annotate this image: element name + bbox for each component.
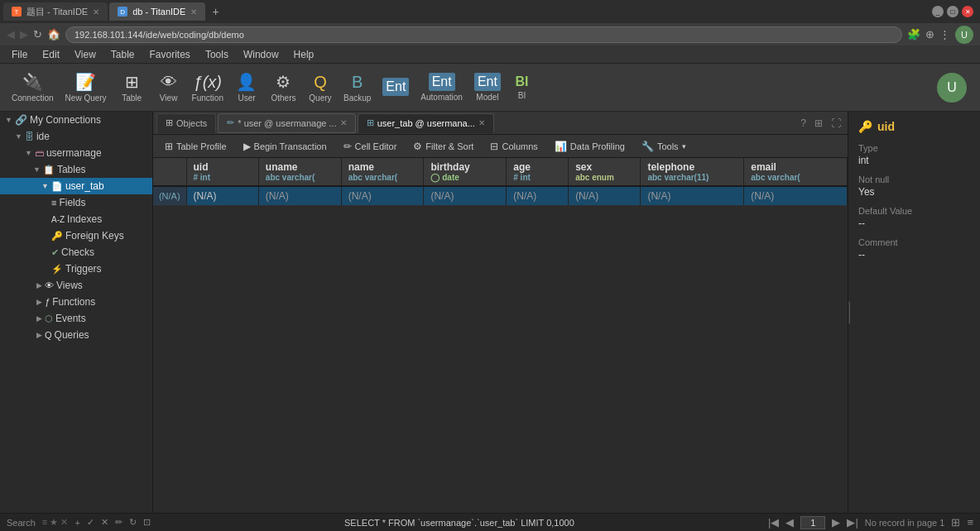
toolbar-ent[interactable]: Ent (377, 74, 414, 101)
sidebar-item-triggers[interactable]: ⚡ Triggers (0, 261, 152, 277)
sidebar-item-functions[interactable]: ▶ ƒ Functions (0, 294, 152, 310)
cell-sex-1[interactable]: (N/A) (569, 186, 641, 206)
sidebar-item-ide[interactable]: ▼ 🗄 ide (0, 128, 152, 145)
profile-icon[interactable]: ⊕ (925, 28, 934, 41)
status-pencil-icon[interactable]: ✏ (115, 517, 122, 528)
toolbar-model[interactable]: Ent Model (469, 69, 506, 105)
menu-tools[interactable]: Tools (199, 47, 235, 62)
status-add-icon[interactable]: + (74, 518, 79, 528)
status-stop-icon[interactable]: ⊡ (143, 517, 151, 528)
filter-sort-btn[interactable]: ⚙ Filter & Sort (406, 137, 480, 155)
th-uname[interactable]: uname abc varchar( (258, 158, 341, 186)
cell-uid-1[interactable]: (N/A) (186, 186, 258, 206)
page-next-btn[interactable]: ▶ (832, 516, 840, 529)
tab-help-icon[interactable]: ? (797, 117, 809, 129)
data-table-container[interactable]: uid # int uname abc varchar( name abc va… (153, 158, 848, 513)
toolbar-function[interactable]: ƒ(x) Function (187, 69, 228, 106)
th-telephone[interactable]: telephone abc varchar(11) (641, 158, 744, 186)
th-sex[interactable]: sex abc enum (569, 158, 641, 186)
th-email[interactable]: email abc varchar( (744, 158, 848, 186)
tab-2-close[interactable]: ✕ (190, 7, 197, 17)
toolbar-avatar[interactable]: U (937, 73, 967, 103)
sidebar-item-views[interactable]: ▶ 👁 Views (0, 277, 152, 294)
page-num-input[interactable] (800, 516, 825, 529)
columns-btn[interactable]: ⊟ Columns (483, 137, 544, 155)
toolbar-new-query[interactable]: 📝 New Query (60, 69, 112, 106)
toolbar-query[interactable]: Q Query (304, 69, 337, 106)
sidebar-item-user-tab[interactable]: ▼ 📄 user_tab (0, 178, 152, 194)
tab-fullscreen-icon[interactable]: ⛶ (828, 117, 844, 129)
nav-forward[interactable]: ▶ (20, 28, 28, 41)
sidebar-item-my-connections[interactable]: ▼ 🔗 My Connections (0, 112, 152, 128)
sidebar-item-tables[interactable]: ▼ 📋 Tables (0, 161, 152, 178)
table-profile-btn[interactable]: ⊞ Table Profile (158, 137, 233, 155)
toolbar-bi[interactable]: BI BI (507, 71, 536, 103)
tools-btn[interactable]: 🔧 Tools ▾ (635, 137, 693, 155)
tab-2[interactable]: D db - TitanIDE ✕ (109, 2, 205, 21)
tab-grid-icon[interactable]: ⊞ (811, 117, 826, 129)
nav-back[interactable]: ◀ (7, 28, 15, 41)
page-last-btn[interactable]: ▶| (847, 516, 858, 529)
toolbar-table[interactable]: ⊞ Table (113, 69, 151, 106)
sidebar-item-events[interactable]: ▶ ⬡ Events (0, 310, 152, 327)
sidebar-item-usermanage[interactable]: ▼ 🗃 usermanage (0, 145, 152, 161)
data-profiling-btn[interactable]: 📊 Data Profiling (548, 137, 632, 155)
menu-window[interactable]: Window (237, 47, 286, 62)
doc-tab-user-usermanage[interactable]: ✏ * user @ usermanage ... ✕ (218, 113, 355, 133)
cell-editor-btn[interactable]: ✏ Cell Editor (337, 137, 404, 155)
cell-uname-1[interactable]: (N/A) (258, 186, 341, 206)
th-name[interactable]: name abc varchar( (341, 158, 424, 186)
toolbar-automation[interactable]: Ent Automation (416, 69, 468, 105)
th-uid[interactable]: uid # int (186, 158, 258, 186)
tab-1-close[interactable]: ✕ (93, 7, 99, 17)
menu-file[interactable]: File (5, 47, 34, 62)
settings-icon[interactable]: ⋮ (939, 28, 950, 41)
doc-tab-user-tab[interactable]: ⊞ user_tab @ usermana... ✕ (358, 113, 494, 133)
toolbar-backup[interactable]: B Backup (339, 69, 376, 106)
menu-table[interactable]: Table (104, 47, 142, 62)
view-list-icon[interactable]: ≡ (967, 516, 973, 529)
table-row[interactable]: (N/A) (N/A) (N/A) (N/A) (N/A) (N/A) (N/A… (153, 186, 848, 206)
win-close[interactable]: ✕ (962, 6, 973, 17)
doc-tab-objects[interactable]: ⊞ Objects (156, 113, 216, 133)
menu-favorites[interactable]: Favorites (143, 47, 197, 62)
menu-view[interactable]: View (68, 47, 103, 62)
cell-telephone-1[interactable]: (N/A) (641, 186, 744, 206)
sidebar-item-queries[interactable]: ▶ Q Queries (0, 327, 152, 343)
toolbar-view[interactable]: 👁 View (152, 69, 185, 106)
menu-help[interactable]: Help (287, 47, 321, 62)
sidebar-item-fields[interactable]: ≡ Fields (0, 194, 152, 211)
new-tab-button[interactable]: + (207, 5, 223, 18)
status-refresh-icon[interactable]: ↻ (129, 517, 137, 528)
view-grid-icon[interactable]: ⊞ (951, 516, 960, 529)
page-first-btn[interactable]: |◀ (768, 516, 779, 529)
toolbar-user[interactable]: 👤 User (230, 69, 263, 106)
status-x-icon[interactable]: ✕ (101, 517, 108, 528)
begin-transaction-btn[interactable]: ▶ Begin Transaction (237, 137, 334, 155)
doc-tab-user-close[interactable]: ✕ (340, 118, 347, 127)
nav-home[interactable]: 🏠 (47, 28, 60, 41)
win-maximize[interactable]: □ (947, 6, 958, 17)
menu-edit[interactable]: Edit (36, 47, 66, 62)
doc-tab-user-tab-close[interactable]: ✕ (478, 118, 485, 127)
nav-refresh[interactable]: ↻ (33, 28, 42, 41)
status-check-icon[interactable]: ✓ (87, 517, 94, 528)
toolbar-connection[interactable]: 🔌 Connection (7, 69, 59, 106)
th-birthday[interactable]: birthday ◯ date (424, 158, 507, 186)
sidebar-item-foreign-keys[interactable]: 🔑 Foreign Keys (0, 227, 152, 244)
sidebar-item-checks[interactable]: ✔ Checks (0, 244, 152, 261)
cell-birthday-1[interactable]: (N/A) (424, 186, 507, 206)
page-prev-btn[interactable]: ◀ (785, 516, 794, 529)
sidebar-item-indexes[interactable]: A-Z Indexes (0, 211, 152, 227)
right-panel-collapse-btn[interactable]: ‹ (848, 301, 850, 324)
toolbar-others[interactable]: ⚙ Others (265, 69, 302, 106)
avatar[interactable]: U (955, 26, 973, 44)
cell-name-1[interactable]: (N/A) (341, 186, 424, 206)
extensions-icon[interactable]: 🧩 (907, 28, 920, 41)
th-age[interactable]: age # int (507, 158, 569, 186)
win-minimize[interactable]: _ (932, 6, 944, 17)
cell-age-1[interactable]: (N/A) (507, 186, 569, 206)
address-input[interactable] (65, 26, 902, 43)
tab-1[interactable]: T 题目 - TitanIDE ✕ (3, 2, 108, 21)
cell-email-1[interactable]: (N/A) (744, 186, 848, 206)
